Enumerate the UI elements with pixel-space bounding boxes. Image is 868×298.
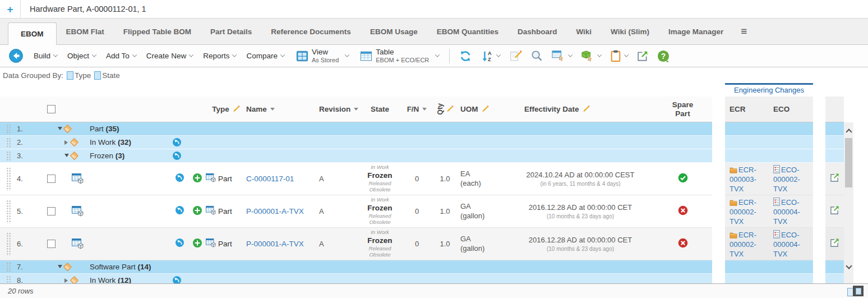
row-drag-handle[interactable] (0, 274, 17, 283)
toolbar-menu-object[interactable]: Object (62, 49, 101, 62)
row-drag-handle[interactable] (0, 163, 17, 195)
tab-dashboard[interactable]: Dashboard (508, 19, 567, 44)
row-drag-handle[interactable] (0, 195, 17, 228)
structure-nav-icon[interactable] (173, 138, 181, 149)
row-drag-handle[interactable] (0, 136, 17, 149)
search-button[interactable] (528, 48, 546, 63)
expand-toggle[interactable] (58, 127, 62, 130)
uom-cell: GA(gallon) (457, 228, 507, 260)
table-row[interactable]: 7. Software Part (14) (0, 260, 868, 274)
toolbar-menu-build[interactable]: Build (29, 49, 62, 62)
header-ecr[interactable]: ECR (725, 97, 769, 122)
view-selector[interactable]: ViewAs Stored (292, 47, 353, 65)
eco-link[interactable]: ECO-000004-TVX (773, 230, 811, 259)
tab-overflow-menu-icon[interactable]: ≡ (733, 19, 755, 44)
open-in-window-button[interactable] (634, 49, 652, 63)
eco-link[interactable]: ECO-000002-TVX (773, 165, 811, 194)
table-row[interactable]: 5. Part P-000001-A-TVX A In Work Frozen … (0, 195, 868, 228)
row-checkbox[interactable] (47, 240, 56, 248)
tab-ebom-flat[interactable]: EBOM Flat (57, 19, 114, 44)
add-child-icon[interactable] (193, 239, 202, 250)
select-all-checkbox[interactable] (47, 105, 56, 113)
toolbar-menu-reports[interactable]: Reports (198, 49, 241, 62)
tab-wiki-slim[interactable]: Wiki (Slim) (601, 19, 659, 44)
group-type-icon (70, 151, 79, 163)
ecr-link[interactable]: ECR-000002-TVX (730, 230, 767, 259)
add-child-icon[interactable] (193, 173, 202, 185)
header-revision[interactable]: Revision (317, 97, 359, 122)
ecr-link[interactable]: ECR-000002-TVX (730, 198, 767, 226)
refresh-button[interactable] (455, 48, 475, 64)
header-uom[interactable]: UOM (457, 97, 507, 122)
header-effectivity[interactable]: Effectivity Date (507, 97, 653, 122)
row-checkbox[interactable] (47, 207, 56, 216)
tab-ebom-usage[interactable]: EBOM Usage (361, 19, 427, 44)
table-selector[interactable]: TableEBOM + ECO/ECR (355, 47, 444, 65)
expand-toggle[interactable] (64, 278, 68, 283)
row-checkbox[interactable] (47, 175, 56, 183)
toolbar-menu-add-to[interactable]: Add To (101, 49, 141, 62)
ecr-link[interactable]: ECR-000003-TVX (730, 165, 767, 194)
open-item-icon[interactable] (830, 173, 839, 185)
structure-nav-icon[interactable] (176, 173, 184, 184)
table-row[interactable]: 4. Part C-0000117-01 A In Work Frozen Re… (0, 163, 868, 195)
column-picker-button[interactable] (548, 48, 575, 64)
scroll-down-button[interactable] (844, 260, 853, 274)
toolbar-menu-create-new[interactable]: Create New (141, 49, 198, 62)
sort-button[interactable]: AZ (478, 48, 504, 64)
structure-nav-icon[interactable] (176, 239, 184, 249)
select-item-button[interactable] (578, 48, 604, 64)
tab-ebom[interactable]: EBOM (8, 22, 57, 45)
tab-part-details[interactable]: Part Details (201, 19, 261, 44)
tab-flipped-table-bom[interactable]: Flipped Table BOM (114, 19, 201, 44)
add-child-icon[interactable] (193, 206, 202, 217)
row-drag-handle[interactable] (0, 122, 17, 136)
header-spare-part[interactable]: Spare Part (653, 97, 712, 122)
open-item-icon[interactable] (830, 238, 839, 250)
drag-dots-icon (6, 124, 11, 134)
tab-reference-documents[interactable]: Reference Documents (261, 19, 361, 44)
folder-icon (730, 232, 737, 239)
open-item-icon[interactable] (830, 205, 839, 217)
expand-toggle[interactable] (64, 140, 68, 145)
row-drag-handle[interactable] (0, 260, 17, 274)
row-drag-handle[interactable] (0, 149, 17, 163)
group-by-chip-type[interactable]: Type (67, 71, 91, 80)
scrollbar-thumb[interactable] (845, 138, 852, 187)
group-by-chip-state[interactable]: State (94, 71, 120, 80)
table-row[interactable]: 6. Part P-000001-A-TVX A In Work Frozen … (0, 228, 868, 260)
toolbar-menu-compare[interactable]: Compare (241, 49, 289, 62)
header-name[interactable]: Name (246, 97, 317, 122)
structure-nav-icon[interactable] (176, 206, 184, 217)
back-button[interactable] (6, 47, 26, 65)
table-row[interactable]: 3. Frozen (3) (0, 149, 868, 163)
table-row[interactable]: 8. In Work (12) (0, 274, 868, 283)
header-type[interactable]: Type (206, 97, 246, 122)
eco-link[interactable]: ECO-000004-TVX (773, 198, 811, 226)
scroll-up-button[interactable] (844, 123, 853, 137)
row-drag-handle[interactable] (0, 228, 17, 260)
tab-image-manager[interactable]: Image Manager (659, 19, 733, 44)
edit-button[interactable] (506, 48, 525, 64)
help-button[interactable]: ? (654, 48, 673, 64)
add-tab-icon[interactable]: + (0, 4, 20, 15)
header-eco[interactable]: ECO (769, 97, 813, 122)
tab-wiki[interactable]: Wiki (566, 19, 601, 44)
expand-toggle[interactable] (58, 265, 62, 268)
table-row[interactable]: 2. In Work (32) (0, 136, 868, 149)
vertical-scrollbar[interactable] (844, 122, 853, 283)
structure-nav-icon[interactable] (173, 276, 181, 284)
table-row[interactable]: 1. Part (35) (0, 122, 868, 136)
structure-nav-icon[interactable] (173, 152, 181, 162)
header-state[interactable]: State (359, 97, 401, 122)
expand-toggle[interactable] (64, 154, 69, 157)
header-qty[interactable]: Qty (433, 97, 457, 122)
full-view-toggle-icon[interactable] (853, 286, 864, 296)
clipboard-button[interactable] (607, 48, 631, 64)
tab-ebom-quantities[interactable]: EBOM Quantities (427, 19, 508, 44)
header-fn[interactable]: F/N (401, 97, 433, 122)
item-name-link[interactable]: P-000001-A-TVX (246, 240, 304, 248)
item-name-link[interactable]: C-0000117-01 (246, 175, 294, 183)
item-name-link[interactable]: P-000001-A-TVX (246, 207, 304, 216)
edit-pencil-icon (509, 50, 522, 62)
